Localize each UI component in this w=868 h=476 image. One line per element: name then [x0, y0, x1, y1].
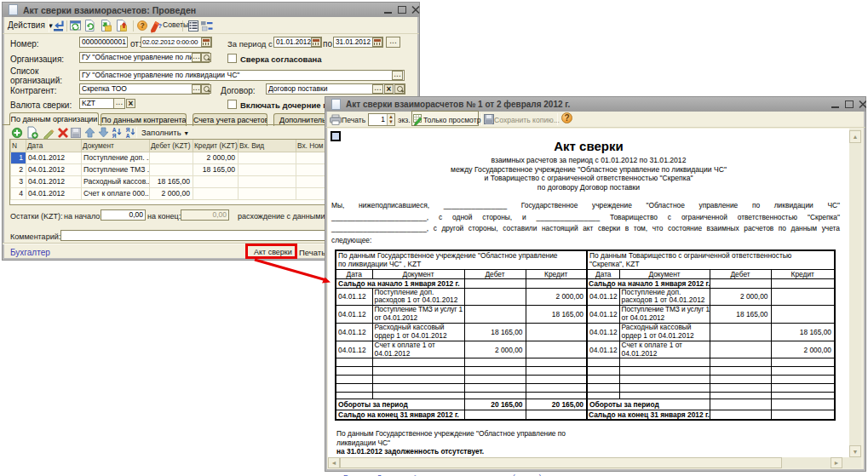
svg-text:А: А: [126, 133, 130, 139]
svg-text:Я: Я: [112, 133, 117, 139]
svg-text:?: ?: [140, 21, 144, 30]
svg-text:?: ?: [158, 22, 163, 30]
